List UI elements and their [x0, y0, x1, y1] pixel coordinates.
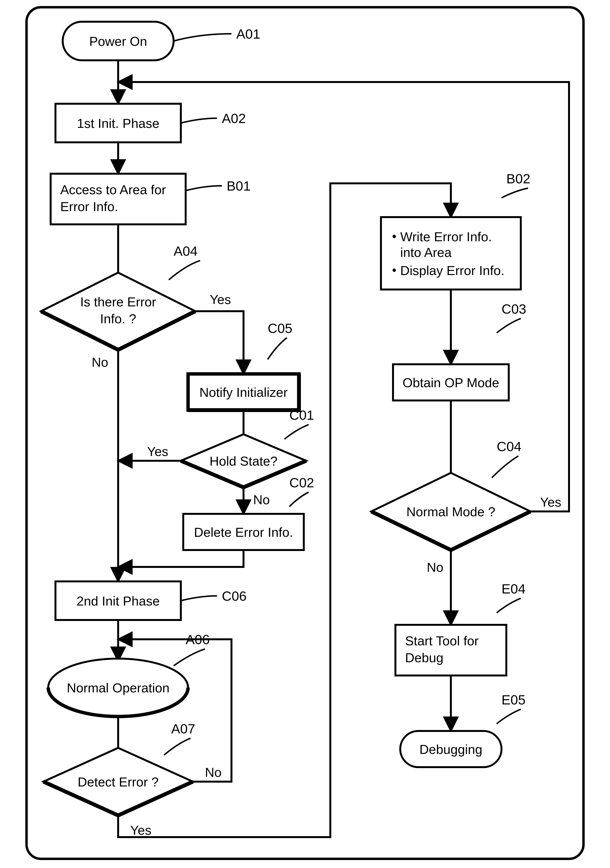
tag-E04: E04: [502, 581, 526, 596]
svg-point-19: [393, 268, 396, 272]
tag-A02: A02: [222, 111, 246, 126]
C01-no: No: [253, 492, 270, 507]
node-C01: Hold State?: [181, 434, 306, 487]
node-C03-text: Obtain OP Mode: [403, 375, 499, 390]
node-B02-line3: Display Error Info.: [400, 263, 505, 277]
C01-yes: Yes: [147, 444, 168, 459]
tag-B01: B01: [227, 178, 251, 194]
node-A04: Is there Error Info. ?: [41, 273, 195, 350]
node-A04-line1: Is there Error: [80, 294, 156, 309]
svg-point-18: [393, 235, 396, 238]
tag-C06: C06: [222, 588, 247, 604]
node-C03: Obtain OP Mode: [393, 364, 509, 400]
tag-A01: A01: [236, 26, 260, 42]
svg-rect-5: [51, 174, 186, 224]
node-C04: Normal Mode ?: [371, 473, 530, 550]
node-A07: Detect Error ?: [43, 748, 193, 815]
node-B01-line2: Error Info.: [60, 199, 118, 214]
node-A06: Normal Operation: [48, 659, 188, 716]
tag-C02: C02: [290, 475, 314, 490]
node-C06: 2nd Init Phase: [56, 581, 181, 620]
A07-no: No: [205, 765, 221, 780]
node-B01-line1: Access to Area for: [60, 182, 166, 197]
node-C05-text: Notify Initializer: [200, 385, 288, 400]
A07-yes: Yes: [130, 823, 152, 837]
node-A06-text: Normal Operation: [67, 680, 169, 695]
node-C01-text: Hold State?: [209, 454, 277, 468]
node-C05: Notify Initializer: [188, 374, 299, 410]
node-A01: Power On: [63, 22, 173, 60]
tag-E05: E05: [502, 692, 526, 707]
node-A02-text: 1st Init. Phase: [77, 116, 159, 130]
node-B02-line1: Write Error Info.: [400, 229, 492, 244]
node-C02: Delete Error Info.: [183, 514, 304, 550]
A04-yes: Yes: [210, 292, 231, 307]
node-A07-text: Detect Error ?: [77, 775, 159, 789]
node-B01: Access to Area for Error Info.: [51, 174, 186, 224]
node-A04-line2: Info. ?: [100, 312, 136, 326]
tag-C01: C01: [290, 408, 314, 423]
node-E04-line2: Debug: [405, 650, 443, 665]
node-E04-line1: Start Tool for: [405, 634, 478, 648]
svg-rect-24: [395, 625, 506, 676]
C04-no: No: [427, 560, 443, 574]
tag-C04: C04: [497, 439, 522, 454]
node-E04: Start Tool for Debug: [395, 625, 506, 676]
tag-A04: A04: [173, 243, 198, 259]
node-B02: Write Error Info. into Area Display Erro…: [381, 217, 521, 290]
node-C06-text: 2nd Init Phase: [76, 594, 159, 608]
node-A02: 1st Init. Phase: [56, 104, 181, 142]
node-E05: Debugging: [400, 731, 502, 767]
tag-A07: A07: [171, 721, 195, 736]
node-C04-text: Normal Mode ?: [406, 504, 495, 519]
tag-C05: C05: [268, 321, 293, 336]
A04-no: No: [91, 355, 108, 369]
tag-B02: B02: [506, 171, 530, 186]
tag-C03: C03: [502, 301, 526, 316]
node-C02-text: Delete Error Info.: [194, 525, 293, 539]
node-E05-text: Debugging: [419, 742, 482, 756]
node-A01-text: Power On: [89, 34, 147, 48]
C04-yes: Yes: [540, 495, 561, 509]
node-B02-line2: into Area: [400, 245, 452, 260]
